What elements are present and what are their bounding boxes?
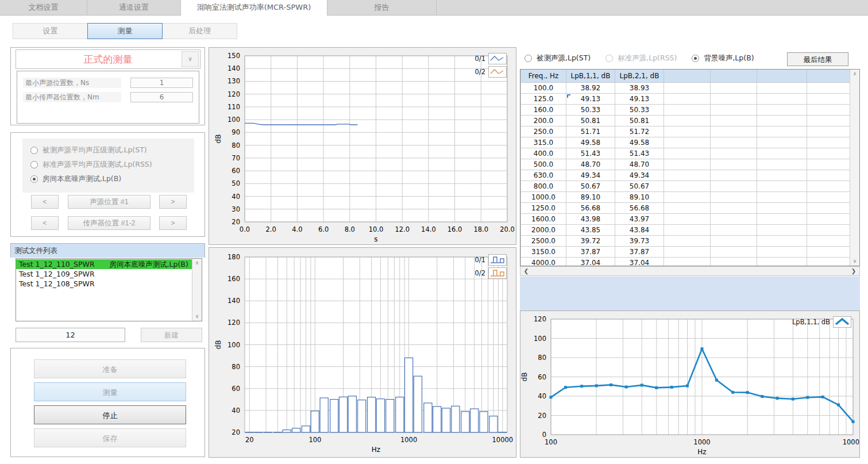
scroll-down-icon[interactable]: ∨ — [850, 257, 859, 266]
table-cell[interactable]: 50.67 — [566, 181, 615, 192]
table-cell[interactable]: 2500.0 — [521, 236, 566, 247]
table-row[interactable]: 2500.039.7239.73 — [521, 236, 850, 247]
table-row[interactable]: 1250.056.6856.68 — [521, 203, 850, 214]
table-cell[interactable]: 48.70 — [615, 159, 664, 170]
table-cell[interactable]: 43.98 — [566, 214, 615, 225]
table-cell[interactable]: 37.04 — [566, 258, 615, 266]
table-cell[interactable] — [664, 159, 711, 170]
table-cell[interactable] — [757, 137, 807, 148]
table-cell[interactable] — [757, 236, 807, 247]
table-cell[interactable]: 51.72 — [615, 126, 664, 137]
result-type-option[interactable]: 标准声源,Lp(RSS) — [605, 53, 677, 63]
table-cell[interactable]: 800.0 — [521, 181, 566, 192]
main-tab[interactable]: 通道设置 — [87, 0, 181, 15]
new-file-button[interactable]: 新建 — [141, 328, 202, 342]
table-cell[interactable] — [757, 170, 807, 181]
table-cell[interactable] — [807, 236, 850, 247]
table-cell[interactable]: 39.73 — [615, 236, 664, 247]
table-row[interactable]: 200.050.8150.81 — [521, 116, 850, 126]
table-cell[interactable] — [711, 258, 757, 266]
table-cell[interactable]: 49.13 — [615, 94, 664, 105]
final-result-button[interactable]: 最后结果 — [787, 52, 848, 66]
measure-button[interactable]: 测量 — [34, 382, 186, 401]
table-cell[interactable] — [757, 203, 807, 214]
table-cell[interactable] — [711, 126, 757, 137]
table-row[interactable]: 100.038.9238.93 — [521, 83, 850, 94]
table-cell[interactable] — [711, 192, 757, 203]
table-row[interactable]: 400.051.4351.43 — [521, 148, 850, 159]
table-cell[interactable] — [664, 148, 711, 159]
radio-icon[interactable] — [30, 175, 38, 183]
table-cell[interactable]: 50.33 — [615, 105, 664, 116]
table-cell[interactable] — [757, 225, 807, 236]
table-cell[interactable]: 56.68 — [615, 203, 664, 214]
table-cell[interactable] — [807, 214, 850, 225]
table-cell[interactable]: 89.10 — [566, 192, 615, 203]
test-type-option[interactable]: 房间本底噪声测试,Lp(B) — [30, 174, 121, 183]
table-cell[interactable]: 1600.0 — [521, 214, 566, 225]
table-cell[interactable]: 2000.0 — [521, 225, 566, 236]
table-cell[interactable]: 630.0 — [521, 170, 566, 181]
result-type-option[interactable]: 被测声源,Lp(ST) — [524, 53, 591, 63]
table-cell[interactable]: 51.43 — [566, 148, 615, 159]
table-cell[interactable]: 50.33 — [566, 105, 615, 116]
table-cell[interactable]: 39.72 — [566, 236, 615, 247]
sub-tab[interactable]: 后处理 — [162, 23, 237, 39]
table-cell[interactable]: 51.71 — [566, 126, 615, 137]
table-row[interactable]: 4000.037.0437.04 — [521, 258, 850, 266]
table-row[interactable]: 800.050.6750.67 — [521, 181, 850, 192]
list-item[interactable]: Test 1_12_109_SPWR — [16, 269, 192, 279]
table-cell[interactable] — [807, 116, 850, 126]
table-cell[interactable] — [807, 181, 850, 192]
table-cell[interactable] — [807, 126, 850, 137]
table-cell[interactable] — [664, 225, 711, 236]
table-cell[interactable]: 51.43 — [615, 148, 664, 159]
table-cell[interactable]: 37.04 — [615, 258, 664, 266]
table-cell[interactable] — [757, 159, 807, 170]
file-list-scrollbar[interactable]: ∧ ∨ — [192, 259, 202, 321]
table-cell[interactable] — [757, 181, 807, 192]
table-cell[interactable] — [664, 170, 711, 181]
scroll-left-icon[interactable]: ❮ — [522, 267, 531, 275]
table-cell[interactable]: 48.70 — [566, 159, 615, 170]
table-hscrollbar[interactable]: ❮ ❯ — [520, 266, 860, 276]
measurement-mode-combobox[interactable]: 正式的测量 ∨ — [16, 49, 200, 69]
test-type-option[interactable]: 标准声源平均声压级测试,Lp(RSS) — [30, 160, 152, 169]
table-cell[interactable]: 500.0 — [521, 159, 566, 170]
table-cell[interactable] — [664, 137, 711, 148]
table-cell[interactable] — [664, 83, 711, 94]
table-cell[interactable]: 38.93 — [615, 83, 664, 94]
table-cell[interactable] — [711, 148, 757, 159]
table-row[interactable]: 1000.089.1089.10 — [521, 192, 850, 203]
table-cell[interactable]: 49.34 — [566, 170, 615, 181]
table-row[interactable]: 500.048.7048.70 — [521, 159, 850, 170]
table-cell[interactable] — [711, 105, 757, 116]
scroll-right-icon[interactable]: ❯ — [849, 267, 858, 275]
table-cell[interactable]: 49.58 — [566, 137, 615, 148]
sub-tab[interactable]: 测量 — [87, 23, 163, 39]
mic-position-next-button[interactable]: > — [159, 216, 187, 230]
prepare-button[interactable]: 准备 — [34, 359, 186, 378]
table-row[interactable]: 1600.043.9843.97 — [521, 214, 850, 225]
table-cell[interactable] — [711, 83, 757, 94]
table-cell[interactable] — [807, 137, 850, 148]
table-cell[interactable] — [757, 94, 807, 105]
table-row[interactable]: 160.050.3350.33 — [521, 105, 850, 116]
table-cell[interactable] — [757, 105, 807, 116]
table-cell[interactable]: 50.67 — [615, 181, 664, 192]
table-cell[interactable] — [757, 258, 807, 266]
table-row[interactable]: 125.049.1349.13 — [521, 94, 850, 105]
table-cell[interactable]: 200.0 — [521, 116, 566, 126]
radio-icon[interactable] — [30, 147, 38, 154]
table-cell[interactable] — [664, 105, 711, 116]
scroll-up-icon[interactable]: ∧ — [850, 70, 859, 78]
table-cell[interactable]: 1000.0 — [521, 192, 566, 203]
table-row[interactable]: 250.051.7151.72 — [521, 126, 850, 137]
table-cell[interactable]: 56.68 — [566, 203, 615, 214]
table-cell[interactable]: 49.58 — [615, 137, 664, 148]
scroll-up-icon[interactable]: ∧ — [192, 259, 202, 267]
table-cell[interactable] — [807, 94, 850, 105]
table-cell[interactable] — [757, 214, 807, 225]
source-position-button[interactable]: 声源位置 #1 — [68, 195, 151, 209]
table-cell[interactable] — [807, 192, 850, 203]
